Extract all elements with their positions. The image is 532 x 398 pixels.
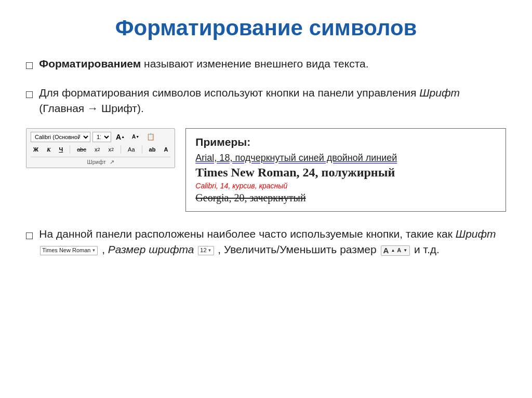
bullet-1-bold: Форматированием — [39, 58, 141, 70]
toolbar-divider-1 — [70, 145, 70, 154]
page-title: Форматирование символов — [26, 16, 506, 40]
font-name-select[interactable]: Calibri (Основной те — [31, 132, 90, 142]
bullet-2-italic: Шрифт — [419, 87, 460, 99]
subscript-btn[interactable]: x2 — [92, 144, 103, 155]
font-name-inline-dropdown[interactable]: Times New Roman ▼ — [40, 246, 98, 255]
bullet-3-text: На данной панели расположены наиболее ча… — [39, 226, 506, 258]
examples-title: Примеры: — [195, 136, 496, 148]
font-toolbar: Calibri (Основной те 11 A▲ A▼ 📋 Ж К Ч ab… — [26, 128, 175, 168]
up-arrow-icon: ▲ — [391, 248, 395, 254]
bullet-1-text: Форматированием называют изменение внешн… — [39, 56, 368, 72]
down-arrow-icon: ▼ — [403, 248, 407, 254]
superscript-icon: 2 — [111, 147, 114, 152]
example-arial: Arial, 18, подчеркнутый синей двойной ли… — [195, 153, 496, 163]
clear-format-btn[interactable]: 📋 — [144, 132, 157, 142]
font-size-inline-value: 12 — [200, 246, 206, 255]
subscript-icon: 2 — [97, 147, 100, 152]
bullet-2-text: Для форматирования символов используют к… — [39, 85, 506, 117]
bullet-3-italic2: Размер шрифта — [108, 243, 194, 255]
increase-caret-icon: ▲ — [121, 135, 125, 139]
example-georgia: Georgia, 20, зачеркнутый — [195, 192, 496, 204]
checkbox-icon-3: □ — [26, 227, 33, 244]
font-color-label: A — [164, 146, 168, 153]
toolbar-label: Шрифт ↗ — [31, 157, 170, 166]
toolbar-section-name: Шрифт — [87, 159, 106, 165]
change-case-btn[interactable]: Aa — [125, 144, 137, 155]
bullet-2-after: (Главная → Шрифт). — [39, 102, 144, 114]
bullet-2: □ Для форматирования символов используют… — [26, 85, 506, 117]
italic-btn[interactable]: К — [44, 144, 53, 155]
bullet-3-italic1: Шрифт — [456, 228, 496, 240]
content-row: Calibri (Основной те 11 A▲ A▼ 📋 Ж К Ч ab… — [26, 128, 506, 212]
underline-btn[interactable]: Ч — [56, 144, 65, 155]
decrease-size-inline-icon: A — [397, 246, 401, 255]
checkbox-icon-2: □ — [26, 86, 33, 103]
bullet-1: □ Форматированием называют изменение вне… — [26, 56, 506, 74]
example-times: Times New Roman, 24, полужирный — [195, 166, 496, 180]
font-name-inline-value: Times New Roman — [42, 246, 90, 255]
decrease-caret-icon: ▼ — [136, 135, 139, 139]
examples-box: Примеры: Arial, 18, подчеркнутый синей д… — [185, 128, 506, 212]
example-calibri: Calibri, 14, курсив, красный — [195, 182, 496, 190]
bold-btn[interactable]: Ж — [31, 144, 41, 155]
checkbox-icon-1: □ — [26, 57, 33, 74]
size-dropdown-arrow-icon: ▼ — [208, 248, 212, 254]
decrease-font-icon: A — [132, 134, 136, 140]
strikethrough-btn[interactable]: abc — [74, 144, 89, 155]
bullet-3-text4: и т.д. — [414, 243, 440, 255]
font-size-adjust-btns[interactable]: A▲ A▼ — [381, 245, 410, 256]
toolbar-expand-icon[interactable]: ↗ — [110, 159, 114, 165]
toolbar-row1: Calibri (Основной те 11 A▲ A▼ 📋 — [31, 132, 170, 142]
bullet-3-text2: , Размер шрифта — [102, 243, 194, 255]
toolbar-divider-3 — [142, 145, 142, 154]
bullet-3-text3: , Увеличить/Уменьшить размер — [218, 243, 376, 255]
bullet-1-rest: называют изменение внешнего вида текста. — [141, 58, 368, 70]
bullet-3: □ На данной панели расположены наиболее … — [26, 226, 506, 258]
font-size-inline-dropdown[interactable]: 12 ▼ — [198, 246, 214, 255]
increase-font-btn[interactable]: A▲ — [113, 132, 127, 142]
font-color-btn[interactable]: A — [161, 144, 170, 155]
decrease-font-btn[interactable]: A▼ — [129, 132, 142, 142]
toolbar-divider-2 — [121, 145, 121, 154]
toolbar-row2: Ж К Ч abc x2 x2 Aa ab A — [31, 144, 170, 155]
bullet-3-text1: На данной панели расположены наиболее ча… — [39, 228, 456, 240]
superscript-btn[interactable]: x2 — [106, 144, 117, 155]
font-dropdown-arrow-icon: ▼ — [91, 248, 96, 254]
highlight-label: ab — [149, 146, 156, 153]
increase-size-inline-icon: A — [383, 245, 389, 256]
increase-font-icon: A — [116, 133, 121, 141]
bullet-2-before: Для форматирования символов используют к… — [39, 87, 419, 99]
highlight-color-btn[interactable]: ab — [147, 144, 158, 155]
font-size-select[interactable]: 11 — [92, 132, 111, 142]
